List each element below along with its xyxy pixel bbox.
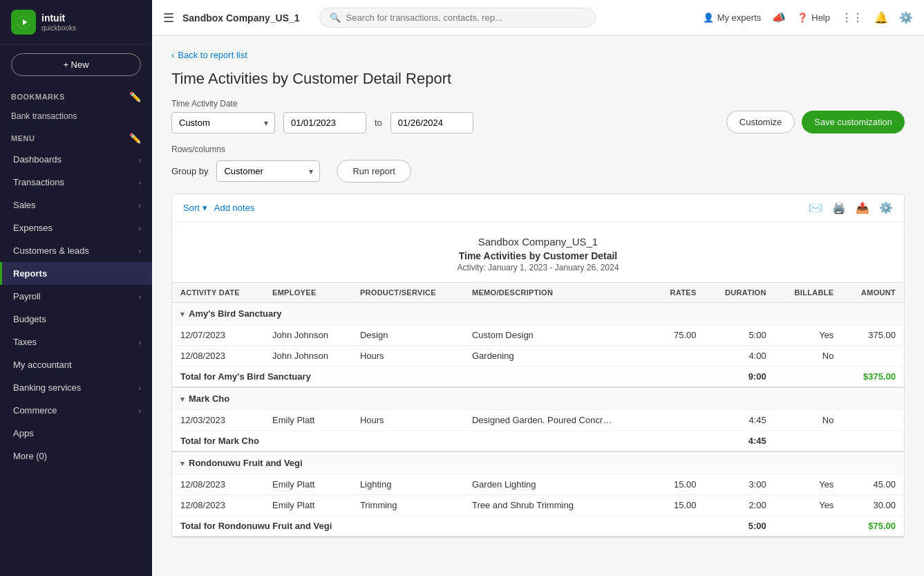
save-customization-button[interactable]: Save customization (802, 111, 905, 133)
rows-columns-label: Rows/columns (171, 145, 905, 154)
company-name: Sandbox Company_US_1 (182, 12, 300, 24)
settings-report-icon[interactable]: ⚙️ (879, 201, 893, 214)
help-icon: ❓ (797, 12, 808, 23)
menu-list: Dashboards › Transactions › Sales › Expe… (0, 148, 152, 467)
help-button[interactable]: ❓ Help (797, 12, 830, 23)
chevron-left-icon: ‹ (171, 50, 174, 60)
nav-actions: 👤 My experts 📣 ❓ Help ⋮⋮ 🔔 ⚙️ (703, 11, 913, 24)
sort-button[interactable]: Sort ▾ (183, 203, 207, 213)
chevron-right-icon: › (138, 178, 141, 187)
report-body: Sandbox Company_US_1 Time Activities by … (172, 222, 904, 537)
settings-icon[interactable]: ⚙️ (899, 11, 913, 24)
sidebar-item-sales[interactable]: Sales › (0, 194, 152, 216)
column-header-billable: BILLABLE (775, 283, 842, 303)
table-row: 12/07/2023John JohnsonDesignCustom Desig… (172, 325, 904, 346)
sidebar-item-more--0-[interactable]: More (0) (0, 445, 152, 467)
sidebar-item-label: My accountant (13, 360, 72, 370)
sidebar-item-payroll[interactable]: Payroll › (0, 285, 152, 308)
search-input[interactable] (346, 12, 585, 23)
group-total-row: Total for Amy's Bird Sanctuary9:00$375.0… (172, 366, 904, 388)
report-subtitle: Time Activities by Customer Detail (172, 250, 904, 263)
sidebar-item-commerce[interactable]: Commerce › (0, 399, 152, 422)
sidebar-item-taxes[interactable]: Taxes › (0, 331, 152, 353)
product-name: quickbooks (41, 24, 76, 32)
group-collapse-icon[interactable]: ▾ (180, 310, 185, 318)
sidebar-item-bank-transactions[interactable]: Bank transactions (0, 106, 152, 126)
sidebar-item-label: Dashboards (13, 154, 62, 165)
group-by-select[interactable]: Customer (216, 160, 320, 182)
report-date-range: Activity: January 1, 2023 - January 26, … (172, 263, 904, 282)
sidebar-item-budgets[interactable]: Budgets (0, 308, 152, 331)
date-preset-select[interactable]: Custom (171, 112, 275, 133)
report-table: ACTIVITY DATEEMPLOYEEPRODUCT/SERVICEMEMO… (172, 282, 904, 537)
sidebar-item-dashboards[interactable]: Dashboards › (0, 148, 152, 171)
menu-label: MENU (11, 134, 35, 142)
date-to-label: to (375, 118, 382, 133)
table-body: ▾Amy's Bird Sanctuary12/07/2023John John… (172, 303, 904, 537)
column-header-employee: EMPLOYEE (264, 283, 352, 303)
run-report-button[interactable]: Run report (337, 160, 411, 183)
notifications-icon[interactable]: 🔔 (874, 11, 888, 24)
back-to-report-list-link[interactable]: ‹ Back to report list (171, 50, 247, 60)
sidebar-header: intuit quickbooks (0, 0, 152, 45)
sort-arrow-icon: ▾ (202, 203, 207, 213)
report-toolbar-icons: ✉️ 🖨️ 📤 ⚙️ (809, 201, 893, 214)
sidebar-item-expenses[interactable]: Expenses › (0, 216, 152, 239)
print-icon[interactable]: 🖨️ (832, 201, 846, 214)
sidebar-item-label: Expenses (13, 223, 53, 233)
chevron-right-icon: › (138, 384, 141, 392)
group-by-label: Group by (171, 166, 208, 176)
content-area: ‹ Back to report list Time Activities by… (152, 36, 924, 576)
customize-button[interactable]: Customize (726, 111, 795, 133)
group-collapse-icon[interactable]: ▾ (180, 395, 185, 403)
menu-toggle-icon[interactable]: ☰ (163, 10, 174, 26)
sidebar: intuit quickbooks + New BOOKMARKS ✏️ Ban… (0, 0, 152, 576)
apps-icon[interactable]: ⋮⋮ (841, 11, 863, 24)
main-area: ☰ Sandbox Company_US_1 🔍 👤 My experts 📣 … (152, 0, 924, 576)
edit-menu-icon[interactable]: ✏️ (129, 133, 142, 144)
group-collapse-icon[interactable]: ▾ (180, 459, 185, 467)
report-title: Time Activities by Customer Detail Repor… (171, 70, 905, 88)
column-header-duration: DURATION (705, 283, 775, 303)
chevron-right-icon: › (138, 156, 141, 164)
chevron-right-icon: › (138, 201, 141, 210)
sidebar-item-label: Payroll (13, 291, 41, 301)
chevron-right-icon: › (138, 292, 141, 301)
edit-bookmarks-icon[interactable]: ✏️ (129, 91, 142, 102)
menu-section-header[interactable]: MENU ✏️ (0, 126, 152, 148)
add-notes-button[interactable]: Add notes (214, 203, 255, 213)
chevron-right-icon: › (138, 338, 141, 346)
date-from-input[interactable] (283, 112, 366, 133)
sidebar-item-my-accountant[interactable]: My accountant (0, 353, 152, 376)
table-header-row: ACTIVITY DATEEMPLOYEEPRODUCT/SERVICEMEMO… (172, 283, 904, 303)
group-header-row: ▾Rondonuwu Fruit and Vegi (172, 452, 904, 474)
sidebar-item-label: Commerce (13, 405, 57, 416)
quickbooks-logo (11, 10, 36, 35)
sidebar-item-label: More (0) (13, 451, 47, 461)
bookmarks-section-header[interactable]: BOOKMARKS ✏️ (0, 84, 152, 106)
sidebar-item-transactions[interactable]: Transactions › (0, 171, 152, 194)
top-navigation: ☰ Sandbox Company_US_1 🔍 👤 My experts 📣 … (152, 0, 924, 36)
sidebar-item-apps[interactable]: Apps (0, 422, 152, 445)
new-button[interactable]: + New (11, 53, 141, 76)
column-header-amount: AMOUNT (842, 283, 904, 303)
sidebar-item-label: Apps (13, 428, 34, 438)
search-bar[interactable]: 🔍 (319, 8, 596, 28)
sidebar-item-label: Banking services (13, 382, 81, 393)
my-experts-button[interactable]: 👤 My experts (703, 12, 762, 23)
report-toolbar: Sort ▾ Add notes ✉️ 🖨️ 📤 ⚙️ (172, 194, 904, 222)
search-icon: 🔍 (330, 12, 341, 23)
date-to-input[interactable] (390, 112, 473, 133)
expert-icon: 👤 (703, 12, 714, 23)
sidebar-item-banking-services[interactable]: Banking services › (0, 376, 152, 399)
sidebar-item-customers---leads[interactable]: Customers & leads › (0, 239, 152, 262)
table-row: 12/08/2023Emily PlattLightingGarden Ligh… (172, 474, 904, 495)
column-header-memo-description: MEMO/DESCRIPTION (464, 283, 653, 303)
group-header-row: ▾Amy's Bird Sanctuary (172, 303, 904, 325)
group-header-row: ▾Mark Cho (172, 387, 904, 410)
export-icon[interactable]: 📤 (856, 201, 869, 214)
table-row: 12/08/2023Emily PlattTrimmingTree and Sh… (172, 495, 904, 516)
megaphone-icon[interactable]: 📣 (772, 11, 786, 24)
email-icon[interactable]: ✉️ (809, 201, 822, 214)
sidebar-item-reports[interactable]: Reports (0, 262, 152, 285)
